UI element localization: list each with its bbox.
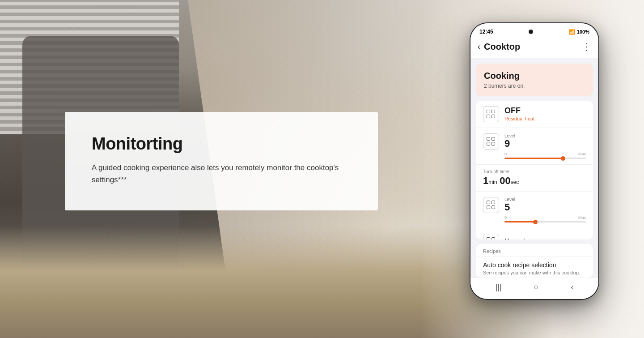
- recipe-title: Auto cook recipe selection: [483, 261, 586, 269]
- phone-body: 12:45 📶 100% ‹ Cooktop ⋮ Cooking: [470, 22, 599, 300]
- nav-menu-button[interactable]: |||: [496, 282, 502, 292]
- phone-mockup: 12:45 📶 100% ‹ Cooktop ⋮ Cooking: [470, 22, 599, 300]
- dot: [487, 237, 490, 239]
- burner-dots-2: [487, 137, 496, 146]
- recipe-subtitle: See recipes you can make with this cookt…: [483, 270, 586, 275]
- camera-notch: [529, 30, 533, 34]
- recipes-header: Recipes: [476, 244, 593, 257]
- bar-max-2: Max: [578, 152, 586, 156]
- dot: [487, 115, 490, 118]
- burner-info-3: Level 5 0 Max: [504, 197, 586, 222]
- nav-home-button[interactable]: ○: [534, 282, 539, 292]
- timer-sec-unit-display: sec: [511, 179, 519, 185]
- dot: [491, 110, 495, 113]
- burner-status-label: OFF: [504, 106, 586, 116]
- level-bar-3: 0 Max: [504, 215, 586, 222]
- burner-top-3: Level 5 0 Max: [483, 197, 586, 222]
- dot: [491, 137, 495, 141]
- battery-text: 100%: [577, 29, 589, 34]
- dot: [487, 201, 490, 204]
- cooking-status-card: Cooking 2 burners are on.: [476, 64, 593, 96]
- level-bar-2: 0 Max: [504, 152, 586, 159]
- bar-labels-2: 0 Max: [504, 152, 586, 156]
- bar-thumb-3: [533, 220, 538, 224]
- timer-minutes-display: 1: [483, 175, 488, 186]
- bar-thumb-2: [561, 156, 565, 161]
- timer-seconds-display: 00: [500, 175, 510, 186]
- bar-fill-2: [504, 158, 563, 159]
- bar-labels-3: 0 Max: [504, 215, 586, 220]
- keeping-warm-label: Keeping warm: [504, 237, 556, 240]
- dot: [491, 237, 495, 239]
- dot: [491, 115, 495, 118]
- bar-min-2: 0: [504, 152, 507, 156]
- bar-min-3: 0: [504, 215, 507, 220]
- dot: [487, 142, 490, 145]
- card-title: Monitorting: [92, 134, 351, 154]
- nav-back-button[interactable]: ‹: [571, 282, 573, 292]
- residual-heat-label: Residual heat: [504, 116, 586, 121]
- recipes-section: Recipes Auto cook recipe selection See r…: [476, 244, 593, 278]
- dot: [491, 205, 495, 209]
- level-label-2: Level: [504, 133, 586, 138]
- burner-top-1: OFF Residual heat: [483, 106, 586, 122]
- burner-row-1: OFF Residual heat: [476, 101, 593, 128]
- burner-section-1: OFF Residual heat: [476, 101, 593, 240]
- info-card: Monitorting A guided cooking experience …: [65, 112, 378, 210]
- bar-max-3: Max: [578, 215, 586, 220]
- app-header: ‹ Cooktop ⋮: [470, 38, 598, 58]
- more-menu-button[interactable]: ⋮: [582, 41, 591, 52]
- burner-info-2: Level 9 0 Max: [504, 133, 586, 159]
- timer-min-unit-display: min: [488, 179, 497, 185]
- cooking-subtitle: 2 burners are on.: [484, 83, 585, 89]
- burner-icon-2: [483, 133, 499, 150]
- dot: [487, 110, 490, 113]
- phone-screen: 12:45 📶 100% ‹ Cooktop ⋮ Cooking: [470, 23, 598, 299]
- burner-icon-4: [483, 234, 499, 239]
- burner-top-2: Level 9 0 Max: [483, 133, 586, 159]
- burner-dots-4: [487, 237, 496, 239]
- keeping-warm-row: Keeping warm: [476, 228, 593, 239]
- level-label-3: Level: [504, 197, 586, 202]
- burner-dots-1: [487, 110, 496, 119]
- bottom-nav: ||| ○ ‹: [470, 278, 598, 299]
- dot: [487, 205, 490, 209]
- dot: [491, 142, 495, 145]
- timer-label: Turn-off timer: [483, 169, 586, 174]
- cooking-title: Cooking: [484, 71, 585, 81]
- app-title: Cooktop: [484, 42, 520, 52]
- burner-icon-3: [483, 197, 499, 213]
- burner-info-1: OFF Residual heat: [504, 106, 586, 121]
- dot: [487, 137, 490, 141]
- status-icons: 📶 100%: [569, 29, 589, 35]
- burner-row-3: Level 5 0 Max: [476, 192, 593, 228]
- burner-icon-1: [483, 106, 499, 122]
- bar-fill-3: [504, 221, 535, 222]
- header-left: ‹ Cooktop: [478, 42, 520, 52]
- bar-track-3: [504, 221, 586, 222]
- timer-section: Turn-off timer 1min 00sec: [476, 165, 593, 192]
- app-content: Cooking 2 burners are on.: [470, 58, 598, 278]
- wifi-icon: 📶: [569, 29, 575, 35]
- bar-track-2: [504, 158, 586, 159]
- dot: [491, 201, 495, 204]
- timer-value: 1min 00sec: [483, 175, 586, 187]
- keeping-warm-content: Keeping warm: [483, 234, 586, 239]
- back-button[interactable]: ‹: [478, 42, 480, 51]
- burner-row-2: Level 9 0 Max: [476, 128, 593, 165]
- status-bar: 12:45 📶 100%: [470, 23, 598, 38]
- recipe-row[interactable]: Auto cook recipe selection See recipes y…: [476, 257, 593, 278]
- burner-dots-3: [487, 201, 496, 210]
- level-value-3: 5: [504, 202, 586, 213]
- level-value-2: 9: [504, 138, 586, 149]
- status-time: 12:45: [479, 29, 493, 35]
- card-description: A guided cooking experience also lets yo…: [92, 162, 351, 186]
